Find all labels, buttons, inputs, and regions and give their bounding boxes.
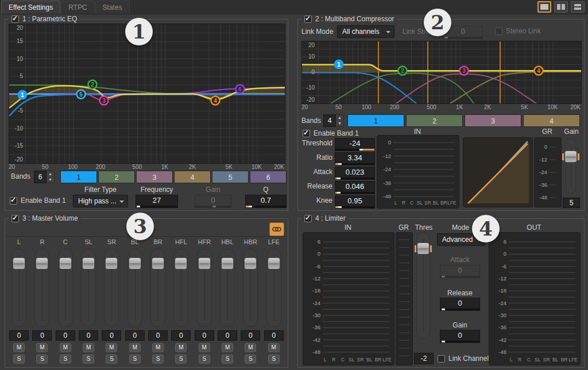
volume-slider-c[interactable] [58, 249, 73, 327]
mute-button-c[interactable]: M [60, 343, 71, 352]
band-button-3[interactable]: 3 [465, 114, 521, 127]
slider-handle[interactable] [268, 257, 280, 269]
channel-link-button[interactable] [269, 222, 284, 236]
spinner-arrows[interactable]: ▲▼ [47, 171, 55, 183]
stereo-link-checkbox[interactable] [495, 28, 502, 35]
gain-slider-handle[interactable] [564, 151, 577, 163]
volume-slider-br[interactable] [150, 249, 165, 327]
param-field-attack[interactable]: 0.023 [335, 167, 375, 180]
channel-volume-value[interactable]: 0 [32, 330, 52, 341]
slider-handle[interactable] [198, 257, 211, 269]
band-button-2[interactable]: 2 [98, 171, 135, 183]
mute-button-br[interactable]: M [152, 343, 164, 352]
mute-button-lfe[interactable]: M [268, 343, 280, 352]
channel-volume-value[interactable]: 0 [264, 330, 284, 341]
mute-button-sr[interactable]: M [106, 343, 117, 352]
channel-volume-value[interactable]: 0 [125, 330, 145, 341]
param-mini-slider[interactable] [335, 192, 375, 194]
param-mini-slider[interactable] [335, 178, 375, 180]
slider-handle[interactable] [105, 257, 118, 269]
mute-button-bl[interactable]: M [129, 343, 141, 352]
solo-button-br[interactable]: S [152, 354, 164, 364]
threshold-slider[interactable] [416, 232, 430, 339]
channel-volume-value[interactable]: 0 [195, 330, 214, 341]
spin-up-icon[interactable]: ▲ [47, 171, 54, 177]
slider-handle[interactable] [221, 257, 234, 269]
channel-volume-value[interactable]: 0 [241, 330, 260, 341]
solo-button-hfl[interactable]: S [175, 354, 187, 364]
band-button-1[interactable]: 1 [347, 114, 404, 127]
volume-slider-hfr[interactable] [197, 249, 212, 327]
compressor-enabled-checkbox[interactable] [304, 16, 312, 23]
single-pane-button[interactable] [537, 1, 551, 13]
volume-slider-sl[interactable] [81, 249, 96, 327]
q-field[interactable]: 0.7 [245, 195, 287, 208]
param-field-knee[interactable]: 0.95 [335, 195, 375, 209]
split-vertical-button[interactable] [554, 1, 568, 13]
channel-volume-value[interactable]: 0 [148, 330, 168, 341]
solo-button-sr[interactable]: S [106, 354, 117, 364]
solo-button-lfe[interactable]: S [268, 354, 280, 364]
eq-graph[interactable]: 20151050-5-10-15-20152346 [9, 24, 285, 164]
frequency-value[interactable]: 27 [136, 195, 178, 206]
master-enabled-checkbox[interactable] [11, 215, 19, 222]
band-point-3[interactable]: 3 [100, 97, 109, 105]
slider-handle[interactable] [129, 257, 141, 269]
mute-button-hbl[interactable]: M [222, 343, 233, 352]
spin-down-icon[interactable]: ▼ [336, 121, 343, 126]
slider-handle[interactable] [244, 257, 257, 269]
slider-handle[interactable] [36, 257, 48, 269]
eq-bands-spinner[interactable]: 6 ▲▼ [34, 171, 55, 183]
band-point-6[interactable]: 6 [236, 85, 245, 94]
band-point-3[interactable]: 3 [460, 67, 469, 75]
param-field-release[interactable]: 0.046 [335, 181, 375, 194]
solo-button-l[interactable]: S [13, 354, 25, 364]
gain-field[interactable]: 0 [440, 330, 480, 343]
compressor-graph[interactable]: 20100-10-201234 [301, 41, 582, 104]
band-button-3[interactable]: 3 [136, 171, 173, 183]
output-gain-value[interactable]: 5 [563, 198, 580, 208]
solo-button-hbr[interactable]: S [245, 354, 256, 364]
band-point-1[interactable]: 1 [18, 90, 28, 100]
param-field-threshold[interactable]: -24 [335, 138, 375, 151]
solo-button-r[interactable]: S [36, 354, 48, 364]
mute-button-hfr[interactable]: M [199, 343, 210, 352]
param-value[interactable]: 0.046 [335, 181, 375, 192]
tab-effect-settings[interactable]: Effect Settings [1, 1, 60, 14]
volume-slider-l[interactable] [11, 249, 26, 327]
band-button-5[interactable]: 5 [212, 171, 249, 183]
enable-band-checkbox[interactable] [303, 130, 310, 137]
param-mini-slider[interactable] [335, 163, 375, 165]
mute-button-hbr[interactable]: M [245, 343, 256, 352]
volume-slider-r[interactable] [34, 249, 49, 327]
enable-band-checkbox[interactable] [10, 197, 17, 205]
band-point-5[interactable]: 5 [77, 90, 86, 99]
channel-volume-value[interactable]: 0 [218, 330, 237, 341]
band-button-4[interactable]: 4 [174, 171, 211, 183]
eq-enabled-checkbox[interactable] [11, 16, 19, 23]
q-value[interactable]: 0.7 [245, 195, 287, 206]
band-button-6[interactable]: 6 [250, 171, 287, 183]
channel-volume-value[interactable]: 0 [79, 330, 98, 341]
slider-handle[interactable] [175, 257, 187, 269]
mute-button-l[interactable]: M [13, 343, 25, 352]
param-value[interactable]: 0.023 [335, 167, 375, 178]
gain-value[interactable]: 0 [440, 330, 480, 341]
solo-button-hfr[interactable]: S [199, 354, 210, 364]
volume-slider-hbl[interactable] [220, 249, 235, 327]
channel-volume-value[interactable]: 0 [56, 330, 75, 341]
slider-handle[interactable] [13, 257, 25, 269]
volume-slider-hfl[interactable] [173, 249, 188, 327]
band-button-2[interactable]: 2 [406, 114, 463, 127]
band-point-4[interactable]: 4 [211, 97, 220, 105]
param-field-ratio[interactable]: 3.34 [335, 152, 375, 165]
mute-button-sl[interactable]: M [83, 343, 94, 352]
spinner-arrows[interactable]: ▲▼ [336, 114, 344, 127]
volume-slider-bl[interactable] [127, 249, 142, 327]
release-field[interactable]: 0 [440, 298, 480, 311]
solo-button-c[interactable]: S [60, 354, 71, 364]
param-mini-slider[interactable] [335, 149, 375, 151]
mute-button-hfl[interactable]: M [175, 343, 187, 352]
spin-up-icon[interactable]: ▲ [336, 115, 343, 121]
channel-volume-value[interactable]: 0 [102, 330, 121, 341]
